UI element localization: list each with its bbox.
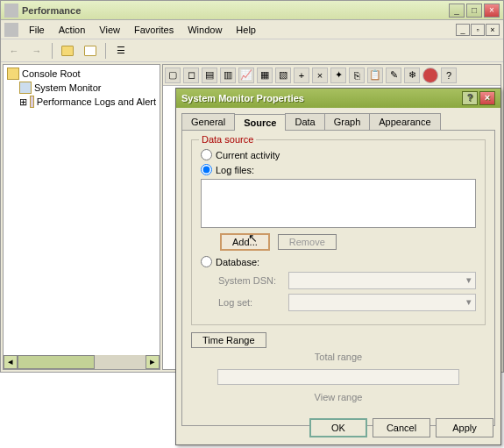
tab-data[interactable]: Data [285,113,324,130]
radio-database[interactable]: Database: [201,256,476,267]
dialog-buttons: OK Cancel Apply [309,418,493,437]
log-set-row: Log set: [218,294,476,311]
monitor-icon [19,82,32,94]
app-icon [4,4,18,18]
forward-button[interactable]: → [29,43,45,59]
chart-button[interactable]: 📈 [238,68,254,83]
menu-action[interactable]: Action [52,23,93,37]
up-folder-button[interactable] [60,43,75,59]
report-button[interactable]: ▧ [275,68,291,83]
system-dsn-label: System DSN: [218,275,288,286]
dialog-help-button[interactable]: ? [462,91,478,105]
expand-icon[interactable]: ⊞ [19,96,27,108]
mdi-close-button[interactable]: × [486,24,500,36]
toolbar-separator [52,43,53,59]
log-set-combo[interactable] [288,294,476,311]
window-title: Performance [22,5,449,16]
scroll-left-button[interactable]: ◂ [4,355,18,369]
delete-counter-button[interactable] [312,68,328,83]
toolbar-separator [105,43,106,59]
mdi-minimize-button[interactable]: _ [456,24,470,36]
range-slider[interactable] [217,369,459,385]
range-area: Total range View range [191,352,486,402]
properties-dialog: System Monitor Properties ? × General So… [175,88,501,445]
radio-label: Database: [216,257,259,267]
tree-root[interactable]: Console Root [5,67,158,81]
radio-label: Current activity [216,150,280,160]
histogram-button[interactable]: ▦ [257,68,273,83]
radio-label: Log files: [216,165,254,175]
logs-icon [30,96,34,108]
main-toolbar: ← → ☰ [1,39,503,62]
group-legend: Data source [199,134,256,145]
menu-window[interactable]: Window [181,23,229,37]
tab-graph[interactable]: Graph [324,113,371,130]
maximize-button[interactable]: □ [466,4,482,18]
highlight-button[interactable]: ✦ [330,68,346,83]
view-range-label: View range [191,392,486,402]
add-counter-button[interactable] [294,68,309,83]
view-current-button[interactable]: ▤ [202,68,217,83]
tree-pane: Console Root System Monitor ⊞ Performanc… [3,64,160,370]
data-source-group: Data source Current activity Log files: … [191,139,486,325]
update-button[interactable] [422,68,438,83]
tree-item-system-monitor[interactable]: System Monitor [5,81,158,95]
tree-label: Console Root [22,68,81,79]
log-set-label: Log set: [218,297,288,308]
mdi-restore-button[interactable]: ▫ [471,24,485,36]
scroll-thumb[interactable] [18,355,95,369]
system-dsn-combo[interactable] [288,272,476,289]
tree-scrollbar: ◂ ▸ [4,355,160,369]
total-range-label: Total range [191,352,486,362]
tree-item-perf-logs[interactable]: ⊞ Performance Logs and Alert [5,95,158,109]
freeze-button[interactable]: ❄ [404,68,420,83]
tree-label: System Monitor [34,82,101,93]
menubar-icon [4,23,18,37]
menu-file[interactable]: File [22,23,52,37]
monitor-toolbar: ▢ ◻ ▤ ▥ 📈 ▦ ▧ ✦ ⎘ 📋 ✎ ❄ ? [163,65,500,86]
radio-log-files[interactable]: Log files: [201,164,476,175]
menu-favorites[interactable]: Favorites [127,23,181,37]
dialog-close-button[interactable]: × [479,91,495,105]
mdi-controls: _ ▫ × [456,24,500,36]
tab-appearance[interactable]: Appearance [369,113,440,130]
logfiles-listbox[interactable] [201,179,476,228]
remove-button[interactable]: Remove [278,234,337,250]
minimize-button[interactable]: _ [449,4,465,18]
time-range-button[interactable]: Time Range [191,332,266,348]
window-controls: _ □ × [449,4,500,18]
show-hide-tree-button[interactable] [82,43,98,59]
cancel-button[interactable]: Cancel [373,418,430,437]
view-log-button[interactable]: ▥ [220,68,236,83]
copy-button[interactable]: ⎘ [349,68,365,83]
paste-button[interactable]: 📋 [367,68,383,83]
props-button[interactable]: ✎ [386,68,401,83]
scroll-track[interactable] [18,355,146,369]
apply-button[interactable]: Apply [436,418,493,437]
tab-panel-source: Data source Current activity Log files: … [181,130,495,426]
tab-general[interactable]: General [181,113,235,130]
scroll-right-button[interactable]: ▸ [146,355,160,369]
radio-current-input[interactable] [201,149,212,160]
properties-button[interactable]: ☰ [113,43,129,59]
close-button[interactable]: × [484,4,500,18]
tree-label: Performance Logs and Alert [37,96,156,107]
radio-database-input[interactable] [201,256,212,267]
clear-display-button[interactable]: ◻ [183,68,199,83]
help-button[interactable]: ? [441,68,457,83]
ok-button[interactable]: OK [309,418,367,437]
new-counter-set-button[interactable]: ▢ [165,68,181,83]
dialog-title: System Monitor Properties [181,93,460,103]
system-dsn-row: System DSN: [218,272,476,289]
back-button[interactable]: ← [6,43,22,59]
radio-logfiles-input[interactable] [201,164,212,175]
tab-source[interactable]: Source [234,114,286,131]
radio-current-activity[interactable]: Current activity [201,149,476,160]
menu-view[interactable]: View [92,23,127,37]
folder-icon [7,68,19,80]
dialog-tabs: General Source Data Graph Appearance [181,113,495,130]
menubar: File Action View Favorites Window Help _… [1,20,503,39]
titlebar: Performance _ □ × [1,1,503,20]
menu-help[interactable]: Help [229,23,263,37]
add-button[interactable]: Add... [220,233,270,251]
